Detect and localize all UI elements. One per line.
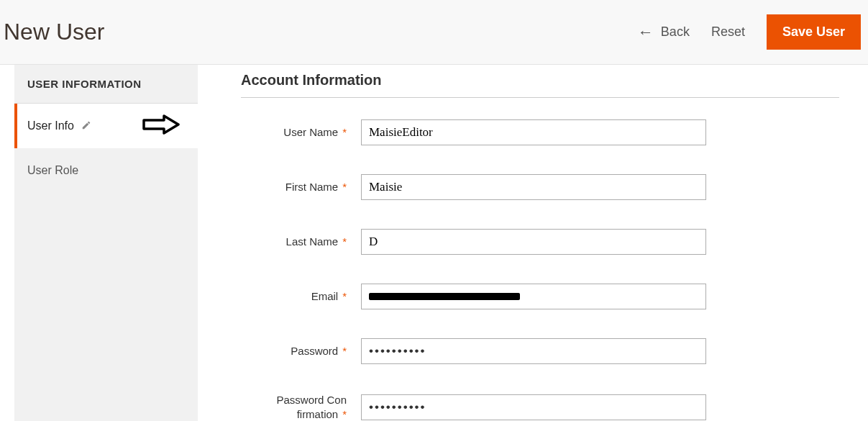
label-firstname: First Name* bbox=[241, 180, 352, 194]
sidebar: USER INFORMATION User Info User Role bbox=[14, 65, 198, 421]
email-input[interactable] bbox=[361, 284, 706, 309]
content-area: USER INFORMATION User Info User Role Acc… bbox=[0, 65, 868, 421]
save-user-button[interactable]: Save User bbox=[767, 14, 861, 50]
required-icon: * bbox=[342, 290, 347, 302]
lastname-input[interactable] bbox=[361, 229, 706, 255]
row-username: User Name* bbox=[241, 119, 839, 145]
sidebar-item-label: User Info bbox=[27, 119, 74, 132]
sidebar-item-user-role[interactable]: User Role bbox=[14, 148, 198, 193]
arrow-annotation-icon bbox=[142, 114, 180, 137]
label-password: Password* bbox=[241, 344, 352, 358]
main-panel: Account Information User Name* First Nam… bbox=[198, 65, 868, 421]
row-firstname: First Name* bbox=[241, 174, 839, 200]
username-input[interactable] bbox=[361, 119, 706, 145]
label-email: Email* bbox=[241, 289, 352, 304]
password-input[interactable]: •••••••••• bbox=[361, 338, 706, 364]
label-lastname: Last Name* bbox=[241, 235, 352, 249]
back-label: Back bbox=[661, 24, 690, 40]
sidebar-item-user-info[interactable]: User Info bbox=[14, 104, 198, 148]
section-title: Account Information bbox=[241, 72, 839, 98]
redacted-email bbox=[369, 293, 520, 300]
required-icon: * bbox=[342, 235, 347, 248]
firstname-input[interactable] bbox=[361, 174, 706, 200]
reset-button[interactable]: Reset bbox=[711, 24, 745, 40]
page-title: New User bbox=[4, 19, 104, 45]
sidebar-heading: USER INFORMATION bbox=[14, 65, 198, 104]
sidebar-item-label: User Role bbox=[27, 164, 78, 177]
page-header: New User ← Back Reset Save User bbox=[0, 0, 868, 65]
label-username: User Name* bbox=[241, 125, 352, 140]
label-password-confirmation: Password Con firmation* bbox=[241, 393, 352, 421]
password-confirmation-input[interactable]: •••••••••• bbox=[361, 394, 706, 420]
back-arrow-icon: ← bbox=[638, 23, 654, 42]
back-button[interactable]: ← Back bbox=[638, 23, 690, 42]
header-actions: ← Back Reset Save User bbox=[638, 14, 861, 50]
required-icon: * bbox=[342, 408, 347, 420]
required-icon: * bbox=[342, 126, 347, 138]
required-icon: * bbox=[342, 181, 347, 193]
edit-icon bbox=[81, 120, 91, 132]
row-email: Email* bbox=[241, 284, 839, 309]
required-icon: * bbox=[342, 345, 347, 357]
row-password: Password* •••••••••• bbox=[241, 338, 839, 364]
row-password-confirmation: Password Con firmation* •••••••••• bbox=[241, 393, 839, 421]
row-lastname: Last Name* bbox=[241, 229, 839, 255]
